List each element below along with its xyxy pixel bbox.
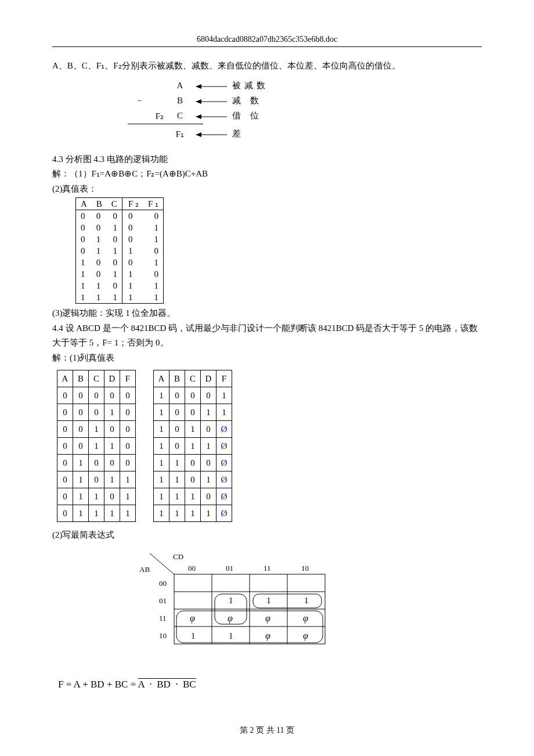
sec-4-4-title: 4.4 设 ABCD 是一个 8421BCD 码，试用最少与非门设计一个能判断该… xyxy=(52,321,482,351)
sec-4-3-func: (3)逻辑功能：实现 1 位全加器。 xyxy=(52,306,482,321)
svg-text:φ: φ xyxy=(228,613,233,624)
svg-text:1: 1 xyxy=(191,631,196,640)
minus-sign: − xyxy=(128,96,151,106)
sub-a: A xyxy=(168,81,192,91)
svg-text:11: 11 xyxy=(159,614,167,622)
svg-text:φ: φ xyxy=(265,631,270,641)
svg-text:00: 00 xyxy=(159,579,167,588)
kmap-cd-label: CD xyxy=(173,552,183,561)
svg-text:00: 00 xyxy=(188,564,196,573)
svg-marker-1 xyxy=(196,84,201,89)
header-rule xyxy=(52,46,482,47)
arrow-left-icon xyxy=(194,98,229,106)
sec-4-4-sub2: (2)写最简表达式 xyxy=(52,528,482,543)
sub-b: B xyxy=(168,96,192,106)
subtraction-diagram: A 被减数 − B 减 数 F₂ C 借 位 F₁ 差 xyxy=(128,78,482,142)
intro-text: A、B、C、F₁、F₂分别表示被减数、减数、来自低位的借位、本位差、本位向高位的… xyxy=(52,59,482,74)
sec-4-3-eq: 解：（1）F₁=A⊕B⊕C；F₂=(A⊕B)C+AB xyxy=(52,167,482,182)
kmap-svg: CD AB 00 01 11 10 00 01 11 10 1 1 1 φ φ … xyxy=(128,551,337,667)
sec-4-3-sub2: (2)真值表： xyxy=(52,182,482,197)
page-footer: 第 2 页 共 11 页 xyxy=(52,725,482,736)
sub-f1: F₁ xyxy=(168,129,192,139)
svg-text:1: 1 xyxy=(266,596,271,605)
sub-label-minuend: 被减数 xyxy=(232,80,279,91)
svg-text:01: 01 xyxy=(226,564,233,573)
sec-4-3-title: 4.3 分析图 4.3 电路的逻辑功能 xyxy=(52,152,482,167)
svg-text:10: 10 xyxy=(159,631,167,640)
subtraction-rule xyxy=(128,124,203,124)
svg-text:φ: φ xyxy=(303,631,308,641)
svg-text:10: 10 xyxy=(301,564,309,573)
doc-filename: 6804dacdcad0882a07db2365c353e6b8.doc xyxy=(52,35,482,44)
sub-f2: F₂ xyxy=(151,111,168,121)
svg-line-15 xyxy=(150,553,174,574)
svg-text:1: 1 xyxy=(229,596,233,605)
arrow-left-icon xyxy=(194,113,229,121)
sub-label-borrow: 借 位 xyxy=(232,110,279,121)
kmap-ab-label: AB xyxy=(139,565,150,574)
sub-label-diff: 差 xyxy=(232,128,279,139)
svg-text:1: 1 xyxy=(229,631,233,640)
sec-4-4-sub1: 解：(1)列真值表 xyxy=(52,351,482,366)
svg-text:01: 01 xyxy=(159,596,167,605)
final-formula: F = A + BD + BC = A · BD · BC xyxy=(58,679,482,690)
sub-c: C xyxy=(168,111,192,121)
arrow-left-icon xyxy=(194,131,229,139)
svg-text:1: 1 xyxy=(304,596,309,605)
truth-table-44-right: ABCDF 10001 10011 1010Ø 1011Ø 1100Ø 1101… xyxy=(153,370,232,522)
karnaugh-map: CD AB 00 01 11 10 00 01 11 10 1 1 1 φ φ … xyxy=(128,551,337,667)
svg-text:11: 11 xyxy=(264,564,271,573)
arrow-left-icon xyxy=(194,82,229,91)
truth-table-44-left: ABCDF 00000 00010 00100 00110 01000 0101… xyxy=(57,370,136,522)
svg-text:φ: φ xyxy=(303,613,308,624)
sub-label-subtrahend: 减 数 xyxy=(232,95,279,106)
truth-table-43: A B C F ₂ F ₁ 00000 00101 01001 01110 10… xyxy=(75,197,164,304)
svg-marker-3 xyxy=(196,99,201,104)
svg-text:φ: φ xyxy=(265,613,270,624)
svg-marker-7 xyxy=(196,132,201,137)
svg-marker-5 xyxy=(196,114,201,119)
svg-text:φ: φ xyxy=(190,613,195,624)
